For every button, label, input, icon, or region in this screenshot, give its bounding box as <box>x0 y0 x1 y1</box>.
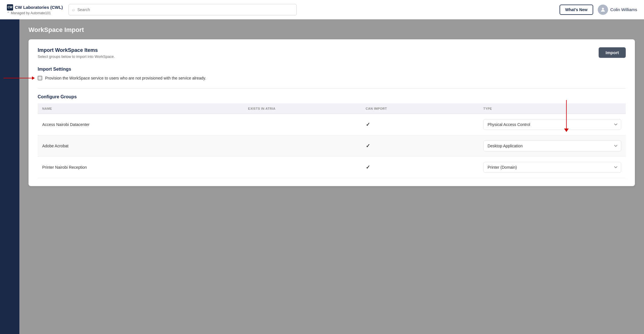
cell-group-name: Printer Nairobi Reception <box>38 157 243 178</box>
whats-new-button[interactable]: What's New <box>560 5 593 15</box>
col-header-canimport: CAN IMPORT <box>361 103 479 114</box>
type-select[interactable]: Physical Access ControlDesktop Applicati… <box>483 140 621 151</box>
configure-groups-title: Configure Groups <box>38 94 626 99</box>
import-settings-section: Import Settings Provision the WorkSpace … <box>38 67 626 80</box>
brand-name-label: CW Laboratories (CWL) <box>15 5 63 10</box>
table-body: Access Nairobi Datacenter✓Physical Acces… <box>38 114 626 178</box>
provision-row: Provision the WorkSpace service to users… <box>38 76 626 80</box>
card-subtitle: Select groups below to import into WorkS… <box>38 54 115 59</box>
table-header: NAME EXISTS IN ATRIA CAN IMPORT TYPE <box>38 103 626 114</box>
col-header-type: TYPE <box>479 103 626 114</box>
card-header: Import WorkSpace Items Select groups bel… <box>38 47 626 59</box>
cell-exists-in-atria <box>243 135 361 157</box>
cell-exists-in-atria <box>243 114 361 135</box>
import-button[interactable]: Import <box>599 47 626 58</box>
brand-icon: CW <box>7 4 13 11</box>
search-icon: ⌕ <box>72 7 75 12</box>
configure-groups-section: Configure Groups NAME EXISTS IN ATRIA CA… <box>38 94 626 178</box>
checkmark-icon: ✓ <box>366 164 370 170</box>
main-content: WorkSpace Import Import WorkSpace Items … <box>19 19 644 334</box>
table-row: Adobe Acrobat✓Physical Access ControlDes… <box>38 135 626 157</box>
managed-by-label: Managed by Automate101 <box>11 11 51 15</box>
user-name-label: Colin Williams <box>610 7 637 12</box>
app-layout: WorkSpace Import Import WorkSpace Items … <box>0 0 644 334</box>
table-row: Printer Nairobi Reception✓Physical Acces… <box>38 157 626 178</box>
cell-exists-in-atria <box>243 157 361 178</box>
import-settings-title: Import Settings <box>38 67 626 72</box>
search-input[interactable] <box>77 7 293 12</box>
cell-type: Physical Access ControlDesktop Applicati… <box>479 135 626 157</box>
cell-group-name: Adobe Acrobat <box>38 135 243 157</box>
col-header-exists: EXISTS IN ATRIA <box>243 103 361 114</box>
sidebar <box>0 19 19 334</box>
section-divider <box>38 88 626 89</box>
workspace-import-card: Import WorkSpace Items Select groups bel… <box>29 39 635 186</box>
brand-subtitle: ⌃ Managed by Automate101 <box>7 11 64 15</box>
nav-right: What's New Colin Williams <box>560 5 637 15</box>
top-navigation: CW CW Laboratories (CWL) ⌃ Managed by Au… <box>0 0 644 19</box>
cell-type: Physical Access ControlDesktop Applicati… <box>479 157 626 178</box>
cell-group-name: Access Nairobi Datacenter <box>38 114 243 135</box>
search-bar[interactable]: ⌕ <box>68 4 297 15</box>
page-title: WorkSpace Import <box>29 26 635 34</box>
chevron-up-icon: ⌃ <box>7 11 10 15</box>
provision-checkbox[interactable] <box>38 76 42 80</box>
user-menu[interactable]: Colin Williams <box>598 5 637 15</box>
brand: CW CW Laboratories (CWL) ⌃ Managed by Au… <box>7 4 64 15</box>
col-header-name: NAME <box>38 103 243 114</box>
cell-can-import: ✓ <box>361 157 479 178</box>
cell-type: Physical Access ControlDesktop Applicati… <box>479 114 626 135</box>
cell-can-import: ✓ <box>361 135 479 157</box>
cell-can-import: ✓ <box>361 114 479 135</box>
checkmark-icon: ✓ <box>366 143 370 149</box>
card-header-text: Import WorkSpace Items Select groups bel… <box>38 47 115 59</box>
type-select[interactable]: Physical Access ControlDesktop Applicati… <box>483 119 621 130</box>
svg-point-0 <box>602 8 604 10</box>
groups-table: NAME EXISTS IN ATRIA CAN IMPORT TYPE Acc… <box>38 103 626 178</box>
user-avatar <box>598 5 608 15</box>
type-select[interactable]: Physical Access ControlDesktop Applicati… <box>483 162 621 173</box>
table-row: Access Nairobi Datacenter✓Physical Acces… <box>38 114 626 135</box>
card-title: Import WorkSpace Items <box>38 47 115 53</box>
provision-label: Provision the WorkSpace service to users… <box>45 76 206 80</box>
checkmark-icon: ✓ <box>366 122 370 127</box>
